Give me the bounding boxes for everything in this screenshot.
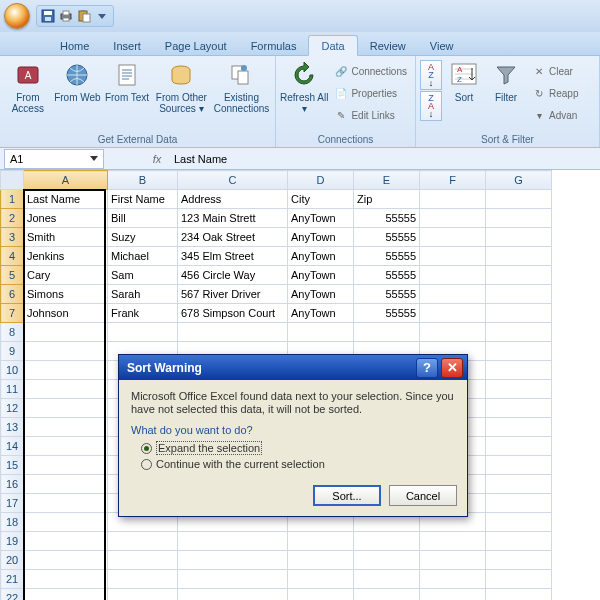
cell[interactable] (420, 190, 486, 209)
office-button[interactable] (4, 3, 30, 29)
row-header[interactable]: 15 (1, 456, 24, 475)
cell[interactable]: 55555 (354, 266, 420, 285)
paste-icon[interactable] (76, 8, 92, 24)
row-header[interactable]: 13 (1, 418, 24, 437)
cell[interactable]: 55555 (354, 285, 420, 304)
cell[interactable] (486, 266, 552, 285)
cell[interactable]: 567 River Driver (178, 285, 288, 304)
from-web-button[interactable]: From Web (54, 58, 102, 128)
cell[interactable]: Cary (24, 266, 108, 285)
cell[interactable]: 55555 (354, 247, 420, 266)
cell[interactable]: Sarah (108, 285, 178, 304)
cell[interactable] (420, 304, 486, 323)
cell[interactable] (486, 285, 552, 304)
cell[interactable]: Johnson (24, 304, 108, 323)
cell[interactable]: Last Name (24, 190, 108, 209)
cell[interactable]: Jenkins (24, 247, 108, 266)
col-header-b[interactable]: B (108, 171, 178, 190)
cell[interactable] (420, 228, 486, 247)
row-header[interactable]: 21 (1, 570, 24, 589)
tab-insert[interactable]: Insert (101, 36, 153, 55)
cell[interactable]: Zip (354, 190, 420, 209)
dialog-cancel-button[interactable]: Cancel (389, 485, 457, 506)
cell[interactable]: AnyTown (288, 247, 354, 266)
from-access-button[interactable]: AFrom Access (4, 58, 52, 128)
row-header[interactable]: 1 (1, 190, 24, 209)
cell[interactable]: Address (178, 190, 288, 209)
name-box[interactable]: A1 (4, 149, 104, 169)
cell[interactable]: Michael (108, 247, 178, 266)
row-header[interactable]: 20 (1, 551, 24, 570)
row-header[interactable]: 6 (1, 285, 24, 304)
cell[interactable]: AnyTown (288, 209, 354, 228)
tab-formulas[interactable]: Formulas (239, 36, 309, 55)
tab-review[interactable]: Review (358, 36, 418, 55)
from-text-button[interactable]: From Text (103, 58, 151, 128)
col-header-a[interactable]: A (24, 171, 108, 190)
cell[interactable]: Sam (108, 266, 178, 285)
col-header-g[interactable]: G (486, 171, 552, 190)
cell[interactable]: Smith (24, 228, 108, 247)
row-header[interactable]: 19 (1, 532, 24, 551)
refresh-all-button[interactable]: Refresh All ▾ (280, 58, 328, 128)
advanced-button[interactable]: ▾Advan (528, 105, 582, 125)
cell[interactable] (486, 247, 552, 266)
cell[interactable] (420, 247, 486, 266)
col-header-c[interactable]: C (178, 171, 288, 190)
cell[interactable] (420, 285, 486, 304)
row-header[interactable]: 12 (1, 399, 24, 418)
cell[interactable]: 345 Elm Street (178, 247, 288, 266)
cell[interactable]: AnyTown (288, 266, 354, 285)
namebox-dropdown-icon[interactable] (90, 156, 98, 161)
select-all-corner[interactable] (1, 171, 24, 190)
row-header[interactable]: 10 (1, 361, 24, 380)
save-icon[interactable] (40, 8, 56, 24)
from-other-sources-button[interactable]: From Other Sources ▾ (153, 58, 210, 128)
reapply-button[interactable]: ↻Reapp (528, 83, 582, 103)
cell[interactable]: 123 Main Strett (178, 209, 288, 228)
col-header-f[interactable]: F (420, 171, 486, 190)
row-header[interactable]: 17 (1, 494, 24, 513)
row-header[interactable]: 14 (1, 437, 24, 456)
sort-desc-button[interactable]: ZA↓ (420, 91, 442, 121)
edit-links-button[interactable]: ✎Edit Links (330, 105, 411, 125)
cell[interactable] (420, 209, 486, 228)
cell[interactable]: Simons (24, 285, 108, 304)
dialog-sort-button[interactable]: Sort... (313, 485, 381, 506)
sort-asc-button[interactable]: AZ↓ (420, 60, 442, 90)
cell[interactable]: AnyTown (288, 285, 354, 304)
cell[interactable]: Bill (108, 209, 178, 228)
cell[interactable]: 234 Oak Street (178, 228, 288, 247)
row-header[interactable]: 2 (1, 209, 24, 228)
row-header[interactable]: 22 (1, 589, 24, 601)
cell[interactable]: Suzy (108, 228, 178, 247)
radio-expand-selection[interactable]: Expand the selection (141, 441, 455, 455)
cell[interactable] (486, 228, 552, 247)
formula-input[interactable]: Last Name (170, 153, 600, 165)
cell[interactable]: 55555 (354, 304, 420, 323)
properties-button[interactable]: 📄Properties (330, 83, 411, 103)
row-header[interactable]: 7 (1, 304, 24, 323)
cell[interactable]: City (288, 190, 354, 209)
col-header-e[interactable]: E (354, 171, 420, 190)
row-header[interactable]: 8 (1, 323, 24, 342)
cell[interactable]: Frank (108, 304, 178, 323)
row-header[interactable]: 11 (1, 380, 24, 399)
row-header[interactable]: 5 (1, 266, 24, 285)
connections-button[interactable]: 🔗Connections (330, 61, 411, 81)
qat-dropdown-icon[interactable] (94, 8, 110, 24)
row-header[interactable]: 18 (1, 513, 24, 532)
tab-view[interactable]: View (418, 36, 466, 55)
filter-button[interactable]: Filter (486, 58, 526, 128)
cell[interactable]: AnyTown (288, 228, 354, 247)
row-header[interactable]: 3 (1, 228, 24, 247)
cell[interactable]: 678 Simpson Court (178, 304, 288, 323)
print-icon[interactable] (58, 8, 74, 24)
cell[interactable]: AnyTown (288, 304, 354, 323)
cell[interactable]: 55555 (354, 209, 420, 228)
cell[interactable]: First Name (108, 190, 178, 209)
cell[interactable]: 456 Circle Way (178, 266, 288, 285)
cell[interactable] (486, 209, 552, 228)
tab-home[interactable]: Home (48, 36, 101, 55)
tab-page-layout[interactable]: Page Layout (153, 36, 239, 55)
